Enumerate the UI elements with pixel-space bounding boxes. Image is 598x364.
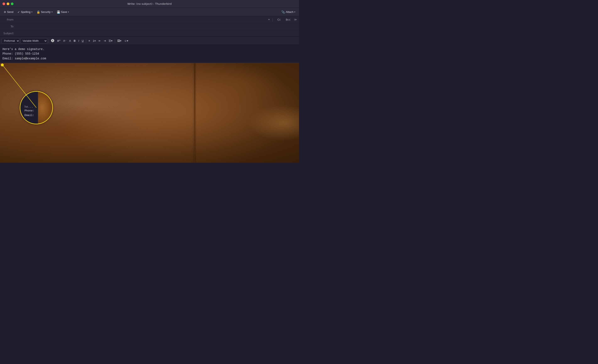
magnifier-circle: he... Phone: Email: xyxy=(20,91,53,124)
to-input[interactable] xyxy=(16,25,299,28)
magnifier-phone-label: Phone: xyxy=(25,109,38,113)
font-size-reset-button[interactable]: A xyxy=(68,39,72,43)
save-caret: ▾ xyxy=(68,11,69,13)
security-caret: ▾ xyxy=(51,11,52,13)
format-divider-2 xyxy=(86,39,86,43)
expand-button[interactable]: ≫ xyxy=(294,18,297,21)
font-size-decrease-button[interactable]: A⁻ xyxy=(62,39,67,43)
save-label: Save xyxy=(61,10,67,14)
subject-label: Subject xyxy=(0,32,16,35)
from-input[interactable] xyxy=(16,18,268,21)
to-row: To xyxy=(0,23,299,30)
insert-image-button[interactable]: 🖼▾ xyxy=(116,39,123,43)
font-select[interactable]: Variable Width xyxy=(20,38,47,44)
magnifier-heading: he... xyxy=(25,105,38,109)
format-divider-1 xyxy=(49,39,49,43)
compose-line-1: Here's a demo signature. xyxy=(2,47,297,51)
italic-button[interactable]: I xyxy=(77,39,80,43)
font-color-button[interactable]: 🅐 xyxy=(50,38,55,43)
magnifier-content-right xyxy=(38,92,52,124)
send-label: Send xyxy=(7,10,13,14)
attach-label: Attach xyxy=(286,10,293,14)
unordered-list-button[interactable]: ≡ xyxy=(87,39,91,43)
minimize-button[interactable] xyxy=(7,2,9,5)
close-button[interactable] xyxy=(2,2,5,5)
spelling-button[interactable]: ✓ Spelling ▾ xyxy=(16,9,34,15)
from-dropdown-arrow[interactable]: ▾ xyxy=(268,18,270,21)
security-label: Security xyxy=(41,10,51,14)
bcc-button[interactable]: Bcc xyxy=(284,18,292,21)
ordered-list-button[interactable]: 1≡ xyxy=(92,39,97,43)
leather-seam xyxy=(194,63,195,163)
paragraph-style-select[interactable]: Preformat xyxy=(2,38,20,44)
security-icon: 🔒 xyxy=(37,10,40,14)
attach-button[interactable]: 📎 Attach ▾ xyxy=(280,9,297,15)
compose-line-2: Phone: (555) 555-1234 xyxy=(2,51,297,56)
save-button[interactable]: 💾 Save ▾ xyxy=(55,9,71,15)
subject-row: Subject xyxy=(0,30,299,37)
window-title: Write: (no subject) - Thunderbird xyxy=(127,2,172,5)
toolbar: ✈ Send ✓ Spelling ▾ 🔒 Security ▾ 💾 Save … xyxy=(0,8,299,16)
bold-button[interactable]: B xyxy=(73,39,77,43)
header-fields: From ▾ | Cc Bcc ≫ To Subject xyxy=(0,16,299,37)
to-label: To xyxy=(0,25,16,28)
outdent-button[interactable]: ⇤ xyxy=(98,39,102,43)
background-image-area: he... Phone: Email: xyxy=(0,63,299,163)
maximize-button[interactable] xyxy=(11,2,14,5)
titlebar: Write: (no subject) - Thunderbird xyxy=(0,0,299,8)
send-icon: ✈ xyxy=(4,10,6,14)
send-button[interactable]: ✈ Send xyxy=(2,9,15,15)
align-button[interactable]: ☰▾ xyxy=(108,39,114,43)
insert-emoji-button[interactable]: ☺▾ xyxy=(123,39,129,43)
font-size-increase-button[interactable]: A⁺ xyxy=(56,39,61,43)
format-divider-3 xyxy=(115,39,115,43)
indent-button[interactable]: ⇥ xyxy=(103,39,107,43)
cc-button[interactable]: Cc xyxy=(276,18,282,21)
traffic-lights xyxy=(2,2,14,5)
spelling-caret: ▾ xyxy=(31,11,32,13)
subject-input[interactable] xyxy=(16,32,299,35)
magnifier-content-left: he... Phone: Email: xyxy=(20,92,38,124)
underline-button[interactable]: U xyxy=(81,39,85,43)
from-label: From xyxy=(0,18,16,21)
from-extras: ▾ | Cc Bcc ≫ xyxy=(268,18,299,22)
compose-line-3: Email: sample@example.com xyxy=(2,56,297,61)
attach-icon: 📎 xyxy=(281,10,285,14)
compose-area[interactable]: Here's a demo signature. Phone: (555) 55… xyxy=(0,45,299,63)
format-bar: Preformat Variable Width 🅐 A⁺ A⁻ A B I U… xyxy=(0,37,299,45)
spelling-icon: ✓ xyxy=(17,10,20,14)
from-row: From ▾ | Cc Bcc ≫ xyxy=(0,16,299,23)
save-icon: 💾 xyxy=(57,10,60,14)
spelling-label: Spelling xyxy=(21,10,30,14)
security-button[interactable]: 🔒 Security ▾ xyxy=(35,9,54,15)
attach-caret: ▾ xyxy=(294,11,295,13)
magnifier-email-label: Email: xyxy=(25,113,38,118)
